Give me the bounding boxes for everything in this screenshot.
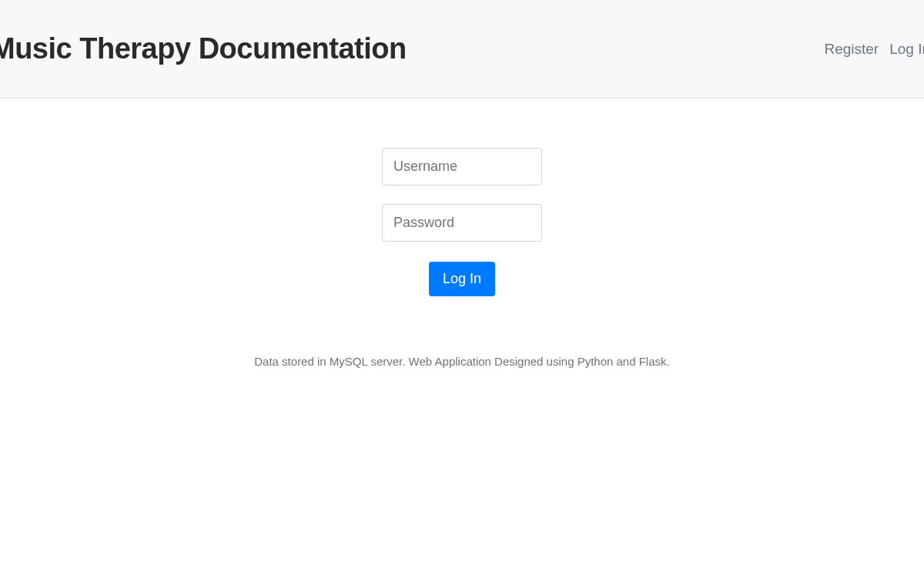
header-nav: Register Log In — [824, 41, 924, 58]
register-link[interactable]: Register — [824, 41, 879, 58]
login-form: Log In Data stored in MySQL server. Web … — [0, 99, 924, 368]
page-title: Music Therapy Documentation — [0, 32, 407, 65]
header: Music Therapy Documentation Register Log… — [0, 0, 924, 99]
password-input[interactable] — [382, 204, 542, 242]
login-button[interactable]: Log In — [429, 262, 495, 296]
login-link[interactable]: Log In — [889, 41, 924, 58]
footer-text: Data stored in MySQL server. Web Applica… — [254, 355, 669, 368]
username-input[interactable] — [382, 148, 542, 185]
